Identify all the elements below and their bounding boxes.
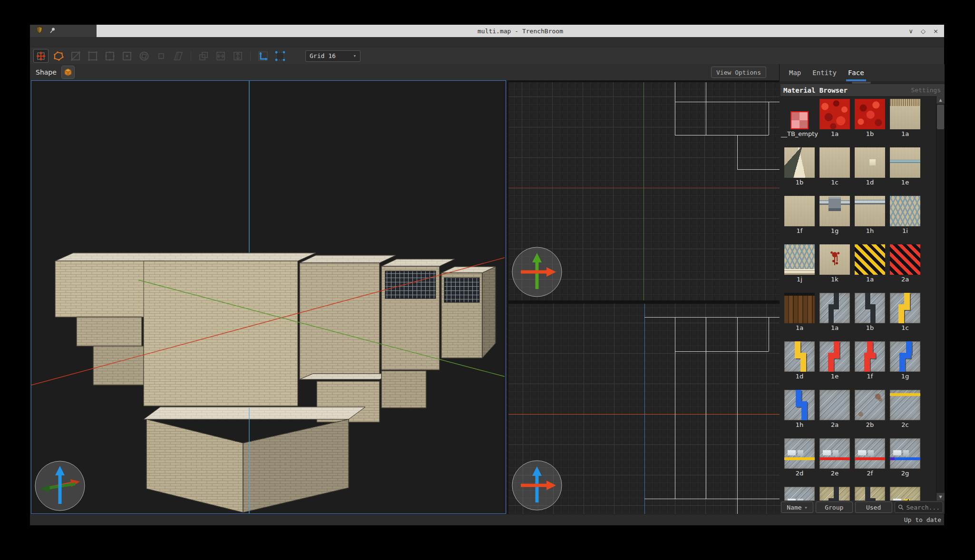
3d-scene bbox=[31, 81, 505, 513]
maximize-button[interactable]: ◇ bbox=[921, 28, 926, 34]
texture-image bbox=[819, 196, 850, 226]
texture-tile[interactable]: 1a bbox=[784, 293, 815, 341]
texture-tile[interactable]: 1g bbox=[890, 341, 920, 390]
rotate-tool-button[interactable] bbox=[137, 49, 151, 62]
texture-image bbox=[855, 487, 885, 501]
texture-tile[interactable]: 2e bbox=[819, 438, 850, 487]
flip-vertical-button[interactable] bbox=[231, 49, 245, 62]
2d-bottom-axis-gizmo bbox=[510, 459, 564, 512]
titlebar-main[interactable]: multi.map - TrenchBroom ∨ ◇ × bbox=[97, 25, 944, 37]
texture-label: 1a bbox=[901, 130, 909, 138]
texture-tile[interactable]: 1h bbox=[784, 390, 815, 438]
texture-tile[interactable]: 1c bbox=[819, 147, 850, 196]
texture-tile[interactable]: 1a bbox=[855, 244, 885, 293]
panel-tab[interactable]: Map bbox=[783, 64, 807, 81]
view-options-button[interactable]: View Options bbox=[711, 67, 766, 78]
texture-tile[interactable] bbox=[890, 487, 920, 501]
viewport-2d-top[interactable] bbox=[508, 82, 780, 300]
texture-tile[interactable]: 2c bbox=[890, 390, 920, 438]
texture-tile[interactable]: 1d bbox=[784, 341, 815, 390]
used-toggle-button[interactable]: Used bbox=[855, 502, 892, 513]
texture-tile[interactable]: 1f bbox=[784, 196, 815, 244]
vertex-tool-button[interactable] bbox=[86, 49, 100, 62]
info-bar: Shape View Options bbox=[30, 64, 779, 80]
panel-splitter[interactable] bbox=[780, 81, 945, 84]
flip-horizontal-button[interactable] bbox=[214, 49, 228, 62]
texture-grid: __TB_empty 1a 1b 1a 1b 1c 1d 1e 1f 1g 1h… bbox=[780, 96, 936, 501]
minimize-button[interactable]: ∨ bbox=[909, 28, 914, 34]
viewport-3d[interactable] bbox=[31, 80, 506, 514]
uv-lock-button[interactable] bbox=[273, 49, 287, 62]
texture-tile[interactable]: 1g bbox=[819, 196, 850, 244]
desktop: multi.map - TrenchBroom ∨ ◇ × bbox=[0, 0, 975, 560]
group-toggle-button[interactable]: Group bbox=[816, 502, 853, 513]
texture-image bbox=[784, 341, 815, 372]
texture-image bbox=[890, 244, 920, 275]
texture-label: 1a bbox=[831, 130, 838, 138]
texture-tile[interactable]: __TB_empty bbox=[784, 99, 815, 147]
pane-3d bbox=[30, 80, 507, 514]
texture-image bbox=[784, 487, 815, 501]
texture-lock-button[interactable] bbox=[256, 49, 270, 62]
texture-tile[interactable]: 1i bbox=[890, 196, 920, 244]
brush-tool-button[interactable] bbox=[51, 49, 66, 62]
scale-tool-button[interactable] bbox=[154, 49, 168, 62]
texture-tile[interactable]: 1b bbox=[855, 293, 885, 341]
texture-tile[interactable]: 1f bbox=[855, 341, 885, 390]
edge-tool-button[interactable] bbox=[103, 49, 117, 62]
csg-tool-button[interactable] bbox=[196, 49, 211, 62]
texture-tile[interactable]: 2b bbox=[855, 390, 885, 438]
texture-tile[interactable]: 1h bbox=[855, 196, 885, 244]
texture-tile[interactable]: 1k bbox=[819, 244, 850, 293]
texture-tile[interactable] bbox=[784, 487, 815, 501]
chevron-down-icon: ▾ bbox=[353, 53, 356, 59]
pane-2d bbox=[507, 80, 779, 514]
texture-tile[interactable] bbox=[855, 487, 885, 501]
texture-tile[interactable]: 2d bbox=[784, 438, 815, 487]
close-button[interactable]: × bbox=[933, 28, 938, 34]
selection-tool-button[interactable] bbox=[33, 49, 49, 63]
texture-label: 1j bbox=[797, 276, 802, 283]
texture-tile[interactable]: 1a bbox=[890, 99, 920, 147]
texture-tile[interactable]: 1a bbox=[819, 293, 850, 341]
texture-tile[interactable]: 1b bbox=[784, 147, 815, 196]
material-settings-link[interactable]: Settings bbox=[911, 87, 941, 94]
texture-label: 1e bbox=[901, 179, 909, 186]
texture-label: 1d bbox=[796, 373, 804, 380]
texture-tile[interactable]: 1d bbox=[855, 147, 885, 196]
texture-tile[interactable]: 1b bbox=[855, 99, 885, 147]
search-input[interactable]: Search... bbox=[895, 502, 943, 513]
grid-size-dropdown[interactable]: Grid 16 ▾ bbox=[305, 50, 361, 62]
texture-tile[interactable] bbox=[819, 487, 850, 501]
trenchbroom-window: multi.map - TrenchBroom ∨ ◇ × bbox=[30, 25, 944, 525]
texture-label: 2d bbox=[796, 470, 804, 477]
pin-icon[interactable] bbox=[49, 27, 56, 36]
scroll-up-icon[interactable]: ▲ bbox=[936, 96, 945, 104]
texture-tile[interactable]: 1a bbox=[819, 99, 850, 147]
panel-tab[interactable]: Face bbox=[842, 64, 870, 81]
app-shield-icon bbox=[36, 26, 43, 36]
clip-tool-button[interactable] bbox=[68, 49, 83, 62]
texture-tile[interactable]: 1j bbox=[784, 244, 815, 293]
tool-bar: Grid 16 ▾ bbox=[30, 48, 944, 64]
texture-tile[interactable]: 1e bbox=[819, 341, 850, 390]
browser-scrollbar[interactable]: ▲ ▼ bbox=[936, 96, 945, 501]
scroll-down-icon[interactable]: ▼ bbox=[936, 493, 945, 501]
face-tool-button[interactable] bbox=[120, 49, 134, 62]
texture-tile[interactable]: 1e bbox=[890, 147, 920, 196]
texture-tile[interactable]: 2f bbox=[855, 438, 885, 487]
texture-tile[interactable]: 2a bbox=[819, 390, 850, 438]
scrollbar-thumb[interactable] bbox=[937, 105, 944, 129]
texture-tile[interactable]: 2a bbox=[890, 244, 920, 293]
texture-image bbox=[855, 147, 885, 178]
texture-label: 1f bbox=[797, 227, 803, 235]
sort-by-name-button[interactable]: Name ▾ bbox=[781, 502, 813, 513]
titlebar-icon-area bbox=[30, 25, 97, 37]
texture-image bbox=[819, 438, 850, 469]
texture-tile[interactable]: 1c bbox=[890, 293, 920, 341]
shape-cube-button[interactable] bbox=[61, 66, 75, 79]
shear-tool-button[interactable] bbox=[171, 49, 185, 62]
panel-tab[interactable]: Entity bbox=[807, 64, 842, 81]
texture-tile[interactable]: 2g bbox=[890, 438, 920, 487]
viewport-2d-bottom[interactable] bbox=[508, 304, 780, 514]
